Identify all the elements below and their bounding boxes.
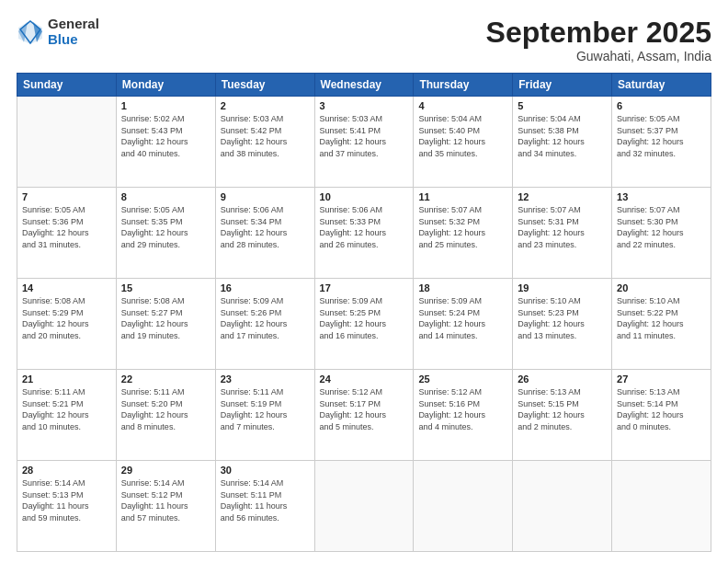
day-number: 30 — [221, 465, 310, 476]
day-info: Sunrise: 5:12 AM Sunset: 5:16 PM Dayligh… — [418, 386, 507, 432]
day-info: Sunrise: 5:05 AM Sunset: 5:35 PM Dayligh… — [121, 204, 210, 250]
day-info: Sunrise: 5:07 AM Sunset: 5:32 PM Dayligh… — [418, 204, 507, 250]
calendar-cell: 12Sunrise: 5:07 AM Sunset: 5:31 PM Dayli… — [513, 188, 612, 279]
day-number: 10 — [320, 191, 409, 202]
day-info: Sunrise: 5:04 AM Sunset: 5:40 PM Dayligh… — [418, 113, 507, 159]
calendar-cell: 22Sunrise: 5:11 AM Sunset: 5:20 PM Dayli… — [116, 370, 215, 461]
calendar-cell: 15Sunrise: 5:08 AM Sunset: 5:27 PM Dayli… — [116, 279, 215, 370]
day-number: 26 — [518, 373, 607, 385]
calendar-cell: 9Sunrise: 5:06 AM Sunset: 5:34 PM Daylig… — [215, 188, 314, 279]
calendar-header-row: Sunday Monday Tuesday Wednesday Thursday… — [17, 74, 711, 97]
day-info: Sunrise: 5:14 AM Sunset: 5:12 PM Dayligh… — [121, 477, 210, 523]
calendar-week-5: 28Sunrise: 5:14 AM Sunset: 5:13 PM Dayli… — [17, 461, 711, 552]
day-info: Sunrise: 5:07 AM Sunset: 5:31 PM Dayligh… — [518, 204, 607, 250]
day-info: Sunrise: 5:08 AM Sunset: 5:29 PM Dayligh… — [22, 295, 111, 341]
day-number: 16 — [221, 282, 310, 293]
day-number: 9 — [221, 191, 310, 202]
day-info: Sunrise: 5:05 AM Sunset: 5:37 PM Dayligh… — [617, 113, 706, 159]
day-info: Sunrise: 5:05 AM Sunset: 5:36 PM Dayligh… — [22, 204, 111, 250]
calendar-cell: 18Sunrise: 5:09 AM Sunset: 5:24 PM Dayli… — [414, 279, 513, 370]
day-info: Sunrise: 5:09 AM Sunset: 5:24 PM Dayligh… — [418, 295, 507, 341]
day-number: 17 — [320, 282, 409, 293]
calendar-cell: 30Sunrise: 5:14 AM Sunset: 5:11 PM Dayli… — [215, 461, 314, 552]
day-number: 12 — [518, 191, 607, 202]
col-thursday: Thursday — [414, 74, 513, 97]
day-info: Sunrise: 5:08 AM Sunset: 5:27 PM Dayligh… — [121, 295, 210, 341]
calendar-cell: 17Sunrise: 5:09 AM Sunset: 5:25 PM Dayli… — [314, 279, 414, 370]
month-title: September 2025 — [486, 17, 711, 49]
calendar-cell: 16Sunrise: 5:09 AM Sunset: 5:26 PM Dayli… — [215, 279, 314, 370]
day-number: 4 — [418, 100, 507, 111]
calendar-cell: 23Sunrise: 5:11 AM Sunset: 5:19 PM Dayli… — [215, 370, 314, 461]
calendar-cell: 29Sunrise: 5:14 AM Sunset: 5:12 PM Dayli… — [116, 461, 215, 552]
logo: General Blue — [17, 17, 99, 47]
day-number: 22 — [121, 373, 210, 385]
calendar-cell: 3Sunrise: 5:03 AM Sunset: 5:41 PM Daylig… — [314, 97, 414, 188]
calendar-cell — [314, 461, 414, 552]
day-info: Sunrise: 5:11 AM Sunset: 5:20 PM Dayligh… — [121, 386, 210, 432]
day-number: 1 — [121, 100, 210, 111]
day-number: 11 — [418, 191, 507, 202]
calendar-cell: 24Sunrise: 5:12 AM Sunset: 5:17 PM Dayli… — [314, 370, 414, 461]
header: General Blue September 2025 Guwahati, As… — [17, 17, 711, 63]
day-number: 25 — [418, 373, 507, 385]
calendar-cell: 21Sunrise: 5:11 AM Sunset: 5:21 PM Dayli… — [17, 370, 117, 461]
day-info: Sunrise: 5:12 AM Sunset: 5:17 PM Dayligh… — [320, 386, 409, 432]
day-info: Sunrise: 5:03 AM Sunset: 5:42 PM Dayligh… — [221, 113, 310, 159]
day-info: Sunrise: 5:07 AM Sunset: 5:30 PM Dayligh… — [617, 204, 706, 250]
calendar-cell: 6Sunrise: 5:05 AM Sunset: 5:37 PM Daylig… — [612, 97, 711, 188]
logo-icon — [17, 18, 44, 46]
day-info: Sunrise: 5:14 AM Sunset: 5:11 PM Dayligh… — [221, 477, 310, 523]
calendar-cell — [612, 461, 711, 552]
day-number: 27 — [617, 373, 706, 385]
day-number: 14 — [22, 282, 111, 293]
calendar-week-3: 14Sunrise: 5:08 AM Sunset: 5:29 PM Dayli… — [17, 279, 711, 370]
calendar-week-2: 7Sunrise: 5:05 AM Sunset: 5:36 PM Daylig… — [17, 188, 711, 279]
day-number: 2 — [221, 100, 310, 111]
day-info: Sunrise: 5:06 AM Sunset: 5:33 PM Dayligh… — [320, 204, 409, 250]
day-info: Sunrise: 5:02 AM Sunset: 5:43 PM Dayligh… — [121, 113, 210, 159]
day-info: Sunrise: 5:03 AM Sunset: 5:41 PM Dayligh… — [320, 113, 409, 159]
day-info: Sunrise: 5:06 AM Sunset: 5:34 PM Dayligh… — [221, 204, 310, 250]
day-number: 29 — [121, 465, 210, 476]
calendar-cell: 2Sunrise: 5:03 AM Sunset: 5:42 PM Daylig… — [215, 97, 314, 188]
calendar-cell: 25Sunrise: 5:12 AM Sunset: 5:16 PM Dayli… — [414, 370, 513, 461]
col-wednesday: Wednesday — [314, 74, 414, 97]
day-number: 21 — [22, 373, 111, 385]
calendar-week-4: 21Sunrise: 5:11 AM Sunset: 5:21 PM Dayli… — [17, 370, 711, 461]
calendar-cell: 13Sunrise: 5:07 AM Sunset: 5:30 PM Dayli… — [612, 188, 711, 279]
calendar-cell — [414, 461, 513, 552]
calendar-cell: 11Sunrise: 5:07 AM Sunset: 5:32 PM Dayli… — [414, 188, 513, 279]
logo-blue-text: Blue — [48, 32, 99, 48]
calendar-table: Sunday Monday Tuesday Wednesday Thursday… — [17, 73, 711, 552]
calendar-cell — [17, 97, 117, 188]
logo-text: General Blue — [48, 17, 99, 47]
day-info: Sunrise: 5:09 AM Sunset: 5:26 PM Dayligh… — [221, 295, 310, 341]
day-info: Sunrise: 5:13 AM Sunset: 5:15 PM Dayligh… — [518, 386, 607, 432]
day-info: Sunrise: 5:10 AM Sunset: 5:23 PM Dayligh… — [518, 295, 607, 341]
calendar-cell: 14Sunrise: 5:08 AM Sunset: 5:29 PM Dayli… — [17, 279, 117, 370]
day-number: 5 — [518, 100, 607, 111]
col-monday: Monday — [116, 74, 215, 97]
calendar-cell: 26Sunrise: 5:13 AM Sunset: 5:15 PM Dayli… — [513, 370, 612, 461]
day-info: Sunrise: 5:04 AM Sunset: 5:38 PM Dayligh… — [518, 113, 607, 159]
col-saturday: Saturday — [612, 74, 711, 97]
calendar-cell: 4Sunrise: 5:04 AM Sunset: 5:40 PM Daylig… — [414, 97, 513, 188]
day-number: 19 — [518, 282, 607, 293]
calendar-cell: 20Sunrise: 5:10 AM Sunset: 5:22 PM Dayli… — [612, 279, 711, 370]
day-number: 6 — [617, 100, 706, 111]
calendar-cell — [513, 461, 612, 552]
calendar-cell: 19Sunrise: 5:10 AM Sunset: 5:23 PM Dayli… — [513, 279, 612, 370]
day-number: 18 — [418, 282, 507, 293]
calendar-cell: 7Sunrise: 5:05 AM Sunset: 5:36 PM Daylig… — [17, 188, 117, 279]
col-tuesday: Tuesday — [215, 74, 314, 97]
day-info: Sunrise: 5:11 AM Sunset: 5:21 PM Dayligh… — [22, 386, 111, 432]
day-info: Sunrise: 5:11 AM Sunset: 5:19 PM Dayligh… — [221, 386, 310, 432]
day-number: 3 — [320, 100, 409, 111]
calendar-cell: 1Sunrise: 5:02 AM Sunset: 5:43 PM Daylig… — [116, 97, 215, 188]
calendar-cell: 5Sunrise: 5:04 AM Sunset: 5:38 PM Daylig… — [513, 97, 612, 188]
day-number: 8 — [121, 191, 210, 202]
day-number: 15 — [121, 282, 210, 293]
page: General Blue September 2025 Guwahati, As… — [0, 0, 728, 563]
calendar-cell: 8Sunrise: 5:05 AM Sunset: 5:35 PM Daylig… — [116, 188, 215, 279]
